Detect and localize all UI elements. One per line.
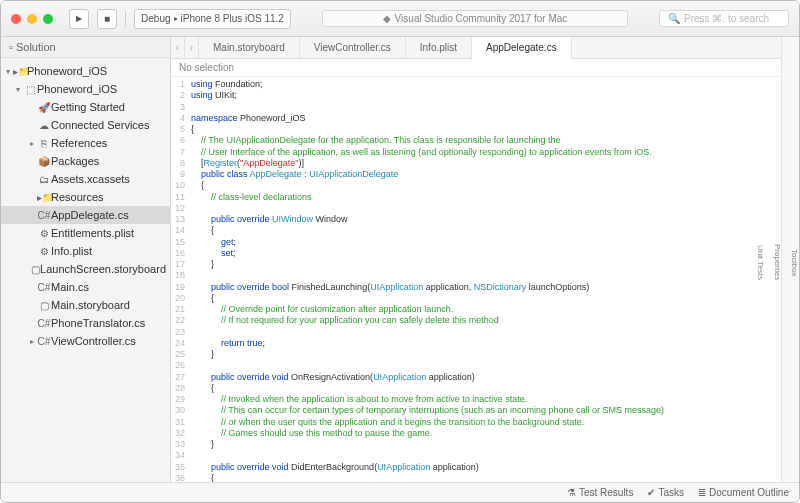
tree-item-label: Entitlements.plist [51,227,134,239]
breadcrumb[interactable]: No selection [171,59,781,77]
tree-item-launchscreen-storyboard[interactable]: ▢LaunchScreen.storyboard [1,260,170,278]
rail-properties[interactable]: Properties [773,244,782,280]
tree-item-label: Assets.xcassets [51,173,130,185]
tree-item-packages[interactable]: 📦Packages [1,152,170,170]
cs-icon: C# [37,282,51,293]
cs-icon: C# [37,210,51,221]
tree-item-label: Phoneword_iOS [37,83,117,95]
tree-item-label: Resources [51,191,104,203]
tab-main-storyboard[interactable]: Main.storyboard [199,37,300,58]
app-title: ◆ Visual Studio Community 2017 for Mac [322,10,629,27]
close-icon[interactable] [11,14,21,24]
rocket-icon: 🚀 [37,102,51,113]
tree-item-label: Main.cs [51,281,89,293]
status-doc-outline[interactable]: ≣Document Outline [698,487,789,498]
beaker-icon: ⚗ [567,487,576,498]
tree-item-main-storyboard[interactable]: ▢Main.storyboard [1,296,170,314]
vs-icon: ◆ [383,13,391,24]
tree-item-label: Main.storyboard [51,299,130,311]
minimize-icon[interactable] [27,14,37,24]
stop-button[interactable]: ■ [97,9,117,29]
solution-sidebar: ▫ Solution ▾▸📁Phoneword_iOS▾⬚Phoneword_i… [1,37,171,482]
tree-item-label: References [51,137,107,149]
disclosure-icon[interactable]: ▸ [27,139,37,148]
device-label: iPhone 8 Plus iOS 11.2 [181,13,284,24]
maximize-icon[interactable] [43,14,53,24]
tree-item-entitlements-plist[interactable]: ⚙Entitlements.plist [1,224,170,242]
plist-icon: ⚙ [37,246,51,257]
titlebar: ▶ ■ Debug ▸ iPhone 8 Plus iOS 11.2 ◆ Vis… [1,1,799,37]
cloud-icon: ☁ [37,120,51,131]
ref-icon: ⎘ [37,138,51,149]
tree-item-label: PhoneTranslator.cs [51,317,145,329]
tree-item-phoneword-ios[interactable]: ▾⬚Phoneword_iOS [1,80,170,98]
editor-tabs: ‹ › Main.storyboardViewController.csInfo… [171,37,781,59]
folder-icon: ▸📁 [37,192,51,203]
tree-item-phonetranslator-cs[interactable]: C#PhoneTranslator.cs [1,314,170,332]
tree-item-connected-services[interactable]: ☁Connected Services [1,116,170,134]
chevron-right-icon: ▸ [174,14,178,23]
cs-icon: C# [37,336,51,347]
status-test-results[interactable]: ⚗Test Results [567,487,633,498]
disclosure-icon[interactable]: ▾ [13,85,23,94]
tab-nav-next[interactable]: › [185,37,199,58]
window-controls [11,14,53,24]
plist-icon: ⚙ [37,228,51,239]
folder-icon: ▸📁 [13,66,27,77]
tab-label: AppDelegate.cs [486,42,557,53]
tab-nav-prev[interactable]: ‹ [171,37,185,58]
status-tasks[interactable]: ✔Tasks [647,487,684,498]
tree-item-viewcontroller-cs[interactable]: ▸C#ViewController.cs [1,332,170,350]
solution-tree[interactable]: ▾▸📁Phoneword_iOS▾⬚Phoneword_iOS🚀Getting … [1,58,170,354]
rail-unit-tests[interactable]: Unit Tests [756,245,765,280]
tab-label: Main.storyboard [213,42,285,53]
right-rail: ToolboxPropertiesUnit Tests [781,37,799,482]
code-editor[interactable]: 1234567891011121314151617181920212223242… [171,77,781,482]
tree-item-label: LaunchScreen.storyboard [40,263,166,275]
search-input[interactable]: 🔍 Press ⌘. to search [659,10,789,27]
statusbar: ⚗Test Results ✔Tasks ≣Document Outline [1,482,799,502]
tree-item-label: ViewController.cs [51,335,136,347]
outline-icon: ≣ [698,487,706,498]
rail-toolbox[interactable]: Toolbox [790,249,799,277]
run-button[interactable]: ▶ [69,9,89,29]
assets-icon: 🗂 [37,174,51,185]
tree-item-label: Connected Services [51,119,149,131]
sb-icon: ▢ [37,300,51,311]
sidebar-header: ▫ Solution [1,37,170,58]
tree-item-label: Info.plist [51,245,92,257]
code-content[interactable]: using Foundation;using UIKit;namespace P… [191,77,691,482]
separator [125,11,126,27]
tree-item-assets-xcassets[interactable]: 🗂Assets.xcassets [1,170,170,188]
sb-icon: ▢ [31,264,40,275]
tree-item-references[interactable]: ▸⎘References [1,134,170,152]
tree-item-label: Phoneword_iOS [27,65,107,77]
play-icon: ▶ [76,14,82,23]
tree-item-label: AppDelegate.cs [51,209,129,221]
tree-item-label: Getting Started [51,101,125,113]
check-icon: ✔ [647,487,655,498]
config-label: Debug [141,13,170,24]
proj-icon: ⬚ [23,84,37,95]
config-selector[interactable]: Debug ▸ iPhone 8 Plus iOS 11.2 [134,9,291,29]
tree-item-phoneword-ios[interactable]: ▾▸📁Phoneword_iOS [1,62,170,80]
tab-label: Info.plist [420,42,457,53]
disclosure-icon[interactable]: ▸ [27,337,37,346]
disclosure-icon[interactable]: ▾ [3,67,13,76]
search-icon: 🔍 [668,13,680,24]
tree-item-main-cs[interactable]: C#Main.cs [1,278,170,296]
line-gutter: 1234567891011121314151617181920212223242… [171,77,191,482]
tab-label: ViewController.cs [314,42,391,53]
tab-appdelegate-cs[interactable]: AppDelegate.cs [472,37,572,59]
tree-item-label: Packages [51,155,99,167]
tree-item-appdelegate-cs[interactable]: C#AppDelegate.cs [1,206,170,224]
tree-item-getting-started[interactable]: 🚀Getting Started [1,98,170,116]
pkg-icon: 📦 [37,156,51,167]
tab-info-plist[interactable]: Info.plist [406,37,472,58]
tree-item-info-plist[interactable]: ⚙Info.plist [1,242,170,260]
tree-item-resources[interactable]: ▸📁Resources [1,188,170,206]
editor-area: ‹ › Main.storyboardViewController.csInfo… [171,37,781,482]
cs-icon: C# [37,318,51,329]
tab-viewcontroller-cs[interactable]: ViewController.cs [300,37,406,58]
